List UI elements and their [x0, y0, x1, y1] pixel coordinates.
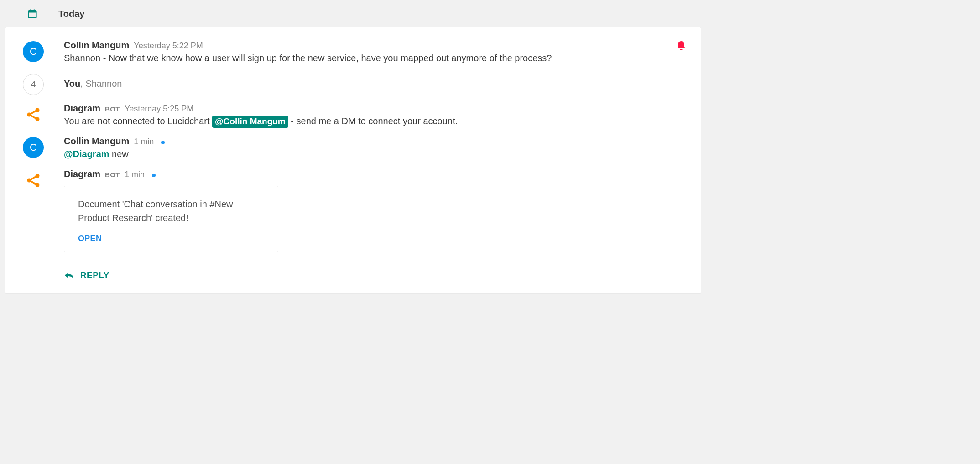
attachment-text: Document 'Chat conversation in #New Prod…	[78, 197, 264, 225]
message-row: C Collin Mangum 1 min @Diagram new	[5, 136, 701, 161]
message-body: @Diagram new	[64, 148, 687, 161]
unread-dot-icon	[152, 174, 156, 177]
date-separator: Today	[0, 0, 706, 27]
avatar[interactable]: C	[23, 41, 44, 62]
mention-pill[interactable]: @Collin Mangum	[212, 116, 288, 128]
readers-row: 4 You, Shannon	[5, 73, 701, 95]
reply-button[interactable]: REPLY	[5, 257, 701, 290]
attachment-open-button[interactable]: OPEN	[78, 234, 264, 243]
message-time: 1 min	[125, 170, 145, 179]
bot-badge: BOT	[105, 105, 120, 113]
bot-avatar-icon[interactable]	[23, 170, 44, 191]
readers-names: , Shannon	[80, 79, 122, 89]
message-row: Diagram BOT Yesterday 5:25 PM You are no…	[5, 103, 701, 128]
avatar-letter: C	[30, 142, 37, 153]
calendar-icon	[26, 8, 38, 19]
notification-bell-icon[interactable]	[676, 40, 686, 52]
message-row: Diagram BOT 1 min Document 'Chat convers…	[5, 169, 701, 252]
reply-arrow-icon	[64, 271, 74, 279]
message-time: 1 min	[134, 137, 154, 147]
message-author[interactable]: Collin Mangum	[64, 40, 129, 51]
svg-rect-2	[30, 10, 31, 11]
avatar[interactable]: C	[23, 137, 44, 158]
message-author[interactable]: Diagram	[64, 169, 100, 179]
message-body: Shannon - Now that we know how a user wi…	[64, 52, 687, 65]
message-row: C Collin Mangum Yesterday 5:22 PM Shanno…	[5, 40, 701, 65]
readers-count-badge[interactable]: 4	[23, 74, 44, 95]
bot-badge: BOT	[105, 171, 120, 179]
svg-rect-1	[29, 11, 36, 13]
date-separator-label: Today	[58, 9, 84, 19]
mention-link[interactable]: @Diagram	[64, 149, 109, 159]
attachment-card: Document 'Chat conversation in #New Prod…	[64, 186, 278, 252]
message-author[interactable]: Diagram	[64, 103, 100, 114]
bot-avatar-icon[interactable]	[23, 104, 44, 125]
readers-you-label: You	[64, 79, 80, 89]
message-body: You are not connected to Lucidchart @Col…	[64, 115, 687, 128]
message-time: Yesterday 5:22 PM	[134, 41, 203, 51]
avatar-letter: C	[30, 46, 37, 58]
unread-dot-icon	[161, 141, 165, 144]
thread-card: C Collin Mangum Yesterday 5:22 PM Shanno…	[5, 27, 701, 293]
svg-rect-3	[34, 10, 35, 11]
reply-label: REPLY	[80, 270, 109, 280]
message-author[interactable]: Collin Mangum	[64, 136, 129, 147]
message-time: Yesterday 5:25 PM	[125, 104, 193, 114]
